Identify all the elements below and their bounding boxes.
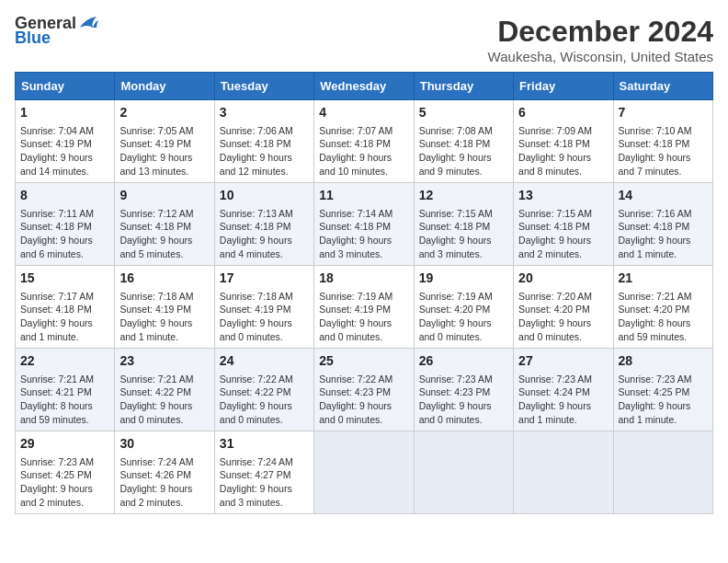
sunrise-text: Sunrise: 7:22 AM <box>220 373 293 385</box>
daylight-text: Daylight: 9 hours and 1 minute. <box>619 235 691 259</box>
day-number: 22 <box>20 352 109 371</box>
daylight-text: Daylight: 9 hours and 8 minutes. <box>518 152 591 177</box>
sunrise-text: Sunrise: 7:22 AM <box>319 373 392 385</box>
day-number: 8 <box>20 187 109 205</box>
sunrise-text: Sunrise: 7:19 AM <box>319 291 392 302</box>
day-number: 20 <box>518 270 608 288</box>
sunset-text: Sunset: 4:18 PM <box>518 138 590 149</box>
day-number: 26 <box>419 352 508 371</box>
sunrise-text: Sunrise: 7:15 AM <box>419 208 493 219</box>
sunset-text: Sunset: 4:18 PM <box>319 138 391 149</box>
daylight-text: Daylight: 8 hours and 59 minutes. <box>619 317 691 342</box>
sunset-text: Sunset: 4:20 PM <box>419 304 491 315</box>
sunset-text: Sunset: 4:18 PM <box>20 221 92 232</box>
calendar-table: Sunday Monday Tuesday Wednesday Thursday… <box>15 72 713 514</box>
sunrise-text: Sunrise: 7:11 AM <box>20 208 94 219</box>
daylight-text: Daylight: 9 hours and 7 minutes. <box>619 152 691 177</box>
sunrise-text: Sunrise: 7:13 AM <box>220 208 293 219</box>
table-row: 11Sunrise: 7:14 AMSunset: 4:18 PMDayligh… <box>314 183 414 266</box>
table-row <box>613 431 712 514</box>
table-row: 13Sunrise: 7:15 AMSunset: 4:18 PMDayligh… <box>514 183 613 266</box>
sunset-text: Sunset: 4:23 PM <box>319 386 391 397</box>
sunrise-text: Sunrise: 7:24 AM <box>119 456 193 467</box>
calendar-week-row: 8Sunrise: 7:11 AMSunset: 4:18 PMDaylight… <box>16 183 713 266</box>
day-number: 10 <box>220 187 309 205</box>
table-row: 25Sunrise: 7:22 AMSunset: 4:23 PMDayligh… <box>314 349 414 431</box>
logo-blue: Blue <box>15 29 51 46</box>
day-number: 1 <box>20 104 109 122</box>
table-row <box>514 431 613 514</box>
sunrise-text: Sunrise: 7:24 AM <box>220 456 293 467</box>
table-row: 15Sunrise: 7:17 AMSunset: 4:18 PMDayligh… <box>16 266 115 349</box>
day-number: 3 <box>220 104 309 122</box>
daylight-text: Daylight: 9 hours and 6 minutes. <box>20 235 93 259</box>
logo-bird-icon <box>78 15 98 31</box>
col-tuesday: Tuesday <box>214 73 313 100</box>
sunrise-text: Sunrise: 7:21 AM <box>119 373 193 385</box>
sunrise-text: Sunrise: 7:04 AM <box>20 125 94 136</box>
day-number: 28 <box>619 352 708 371</box>
sunset-text: Sunset: 4:24 PM <box>518 386 590 397</box>
sunrise-text: Sunrise: 7:14 AM <box>319 208 392 219</box>
calendar-header-row: Sunday Monday Tuesday Wednesday Thursday… <box>16 73 713 100</box>
table-row: 9Sunrise: 7:12 AMSunset: 4:18 PMDaylight… <box>115 183 214 266</box>
daylight-text: Daylight: 9 hours and 14 minutes. <box>20 152 93 177</box>
daylight-text: Daylight: 9 hours and 9 minutes. <box>419 152 492 177</box>
sunset-text: Sunset: 4:18 PM <box>518 221 590 232</box>
table-row: 26Sunrise: 7:23 AMSunset: 4:23 PMDayligh… <box>414 349 513 431</box>
calendar-week-row: 22Sunrise: 7:21 AMSunset: 4:21 PMDayligh… <box>16 349 713 431</box>
daylight-text: Daylight: 9 hours and 13 minutes. <box>119 152 192 177</box>
daylight-text: Daylight: 9 hours and 3 minutes. <box>319 235 392 259</box>
table-row: 17Sunrise: 7:18 AMSunset: 4:19 PMDayligh… <box>214 266 313 349</box>
daylight-text: Daylight: 9 hours and 3 minutes. <box>419 235 492 259</box>
sunrise-text: Sunrise: 7:05 AM <box>119 125 193 136</box>
sunset-text: Sunset: 4:19 PM <box>319 304 391 315</box>
table-row: 2Sunrise: 7:05 AMSunset: 4:19 PMDaylight… <box>115 100 214 183</box>
sunset-text: Sunset: 4:22 PM <box>220 386 291 397</box>
sunset-text: Sunset: 4:18 PM <box>619 221 690 232</box>
day-number: 2 <box>119 104 209 122</box>
sunset-text: Sunset: 4:18 PM <box>419 221 491 232</box>
daylight-text: Daylight: 9 hours and 0 minutes. <box>518 317 591 342</box>
day-number: 6 <box>518 104 608 122</box>
day-number: 7 <box>619 104 708 122</box>
table-row: 22Sunrise: 7:21 AMSunset: 4:21 PMDayligh… <box>16 349 115 431</box>
table-row: 14Sunrise: 7:16 AMSunset: 4:18 PMDayligh… <box>613 183 712 266</box>
calendar-week-row: 29Sunrise: 7:23 AMSunset: 4:25 PMDayligh… <box>16 431 713 514</box>
sunrise-text: Sunrise: 7:15 AM <box>518 208 592 219</box>
daylight-text: Daylight: 9 hours and 1 minute. <box>119 317 192 342</box>
day-number: 23 <box>119 352 209 371</box>
daylight-text: Daylight: 9 hours and 3 minutes. <box>220 483 292 508</box>
daylight-text: Daylight: 8 hours and 59 minutes. <box>20 400 93 425</box>
sunrise-text: Sunrise: 7:08 AM <box>419 125 493 136</box>
day-number: 9 <box>119 187 209 205</box>
daylight-text: Daylight: 9 hours and 10 minutes. <box>319 152 392 177</box>
logo: General Blue <box>15 15 98 46</box>
table-row: 7Sunrise: 7:10 AMSunset: 4:18 PMDaylight… <box>613 100 712 183</box>
sunset-text: Sunset: 4:18 PM <box>20 304 92 315</box>
table-row: 5Sunrise: 7:08 AMSunset: 4:18 PMDaylight… <box>414 100 513 183</box>
sunrise-text: Sunrise: 7:19 AM <box>419 291 493 302</box>
table-row: 3Sunrise: 7:06 AMSunset: 4:18 PMDaylight… <box>214 100 313 183</box>
table-row: 16Sunrise: 7:18 AMSunset: 4:19 PMDayligh… <box>115 266 214 349</box>
day-number: 14 <box>619 187 708 205</box>
table-row: 31Sunrise: 7:24 AMSunset: 4:27 PMDayligh… <box>214 431 313 514</box>
daylight-text: Daylight: 9 hours and 1 minute. <box>20 317 93 342</box>
table-row: 8Sunrise: 7:11 AMSunset: 4:18 PMDaylight… <box>16 183 115 266</box>
day-number: 11 <box>319 187 408 205</box>
daylight-text: Daylight: 9 hours and 0 minutes. <box>419 400 492 425</box>
sunrise-text: Sunrise: 7:21 AM <box>20 373 94 385</box>
daylight-text: Daylight: 9 hours and 4 minutes. <box>220 235 292 259</box>
table-row: 12Sunrise: 7:15 AMSunset: 4:18 PMDayligh… <box>414 183 513 266</box>
month-year-title: December 2024 <box>488 15 713 49</box>
day-number: 27 <box>518 352 608 371</box>
daylight-text: Daylight: 9 hours and 0 minutes. <box>319 317 392 342</box>
col-sunday: Sunday <box>16 73 115 100</box>
sunrise-text: Sunrise: 7:18 AM <box>119 291 193 302</box>
col-friday: Friday <box>514 73 613 100</box>
title-block: December 2024 Waukesha, Wisconsin, Unite… <box>488 15 713 64</box>
table-row: 23Sunrise: 7:21 AMSunset: 4:22 PMDayligh… <box>115 349 214 431</box>
sunrise-text: Sunrise: 7:20 AM <box>518 291 592 302</box>
day-number: 31 <box>220 435 309 454</box>
calendar-week-row: 1Sunrise: 7:04 AMSunset: 4:19 PMDaylight… <box>16 100 713 183</box>
